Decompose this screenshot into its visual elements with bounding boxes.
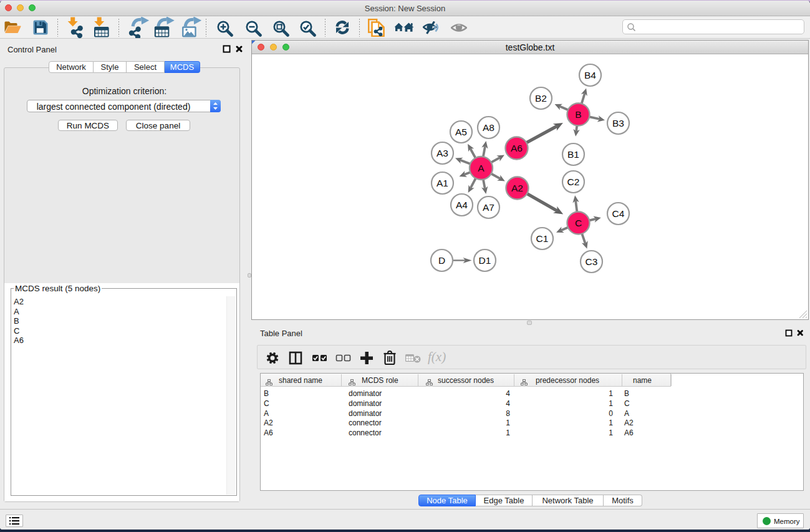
svg-text:B2: B2 (535, 93, 547, 104)
svg-text:C3: C3 (586, 256, 598, 267)
svg-text:D1: D1 (479, 255, 491, 266)
svg-text:C4: C4 (612, 208, 625, 219)
svg-text:A4: A4 (456, 200, 468, 210)
svg-text:A7: A7 (483, 202, 494, 213)
svg-text:B3: B3 (612, 118, 624, 128)
svg-text:C2: C2 (567, 177, 580, 187)
svg-text:C1: C1 (536, 233, 549, 244)
svg-text:A8: A8 (483, 122, 494, 133)
svg-text:A1: A1 (436, 178, 448, 188)
svg-text:A2: A2 (511, 183, 523, 193)
svg-text:D: D (438, 255, 445, 266)
svg-text:A5: A5 (455, 127, 467, 137)
svg-text:A3: A3 (436, 148, 448, 158)
svg-text:B1: B1 (567, 149, 579, 160)
svg-text:B4: B4 (584, 70, 596, 80)
svg-text:A6: A6 (511, 143, 523, 153)
svg-text:A: A (478, 163, 485, 173)
svg-text:C: C (575, 218, 582, 228)
svg-text:B: B (575, 109, 581, 120)
